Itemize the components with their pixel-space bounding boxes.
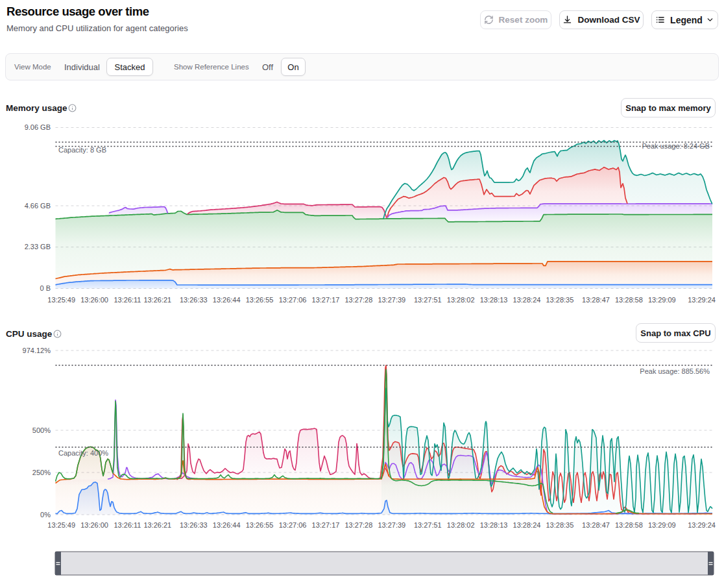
svg-text:Capacity: 8 GB: Capacity: 8 GB — [58, 146, 106, 154]
svg-text:13:26:11: 13:26:11 — [114, 296, 141, 304]
svg-text:13:27:51: 13:27:51 — [414, 296, 442, 304]
svg-text:13:26:00: 13:26:00 — [80, 296, 108, 304]
svg-text:13:29:24: 13:29:24 — [688, 296, 716, 304]
svg-text:13:28:47: 13:28:47 — [582, 296, 610, 304]
svg-text:500%: 500% — [32, 426, 51, 434]
svg-text:13:26:44: 13:26:44 — [213, 296, 241, 304]
svg-text:13:27:17: 13:27:17 — [312, 296, 340, 304]
svg-text:13:28:47: 13:28:47 — [582, 521, 610, 529]
svg-text:Peak usage: 885.56%: Peak usage: 885.56% — [640, 367, 710, 375]
svg-text:13:28:35: 13:28:35 — [546, 521, 573, 529]
svg-text:974.12%: 974.12% — [23, 347, 51, 354]
svg-text:4.66 GB: 4.66 GB — [25, 202, 51, 210]
svg-text:13:28:35: 13:28:35 — [546, 296, 573, 304]
svg-text:13:28:24: 13:28:24 — [513, 296, 541, 304]
svg-text:0%: 0% — [40, 511, 51, 519]
svg-text:13:28:24: 13:28:24 — [513, 521, 541, 529]
svg-text:13:29:09: 13:29:09 — [648, 521, 676, 529]
svg-text:13:27:28: 13:27:28 — [344, 296, 372, 304]
svg-text:13:27:39: 13:27:39 — [378, 296, 405, 304]
svg-text:Capacity: 400%: Capacity: 400% — [58, 449, 108, 457]
svg-text:Peak usage: 8.24 GB: Peak usage: 8.24 GB — [642, 142, 710, 150]
svg-text:13:26:21: 13:26:21 — [143, 296, 171, 304]
svg-text:13:27:17: 13:27:17 — [312, 521, 340, 529]
svg-text:13:27:51: 13:27:51 — [414, 521, 442, 529]
svg-text:13:28:58: 13:28:58 — [615, 296, 643, 304]
svg-text:13:26:21: 13:26:21 — [143, 521, 171, 529]
svg-text:9.06 GB: 9.06 GB — [25, 123, 51, 131]
svg-text:13:25:49: 13:25:49 — [47, 296, 75, 304]
svg-text:13:27:06: 13:27:06 — [279, 296, 307, 304]
svg-text:2.33 GB: 2.33 GB — [25, 243, 51, 251]
svg-text:13:29:24: 13:29:24 — [688, 521, 716, 529]
svg-text:13:28:58: 13:28:58 — [615, 521, 643, 529]
svg-text:13:26:55: 13:26:55 — [246, 521, 274, 529]
svg-text:13:27:39: 13:27:39 — [378, 521, 405, 529]
svg-text:13:28:13: 13:28:13 — [480, 521, 508, 529]
svg-text:13:25:49: 13:25:49 — [47, 521, 75, 529]
svg-text:13:28:02: 13:28:02 — [447, 521, 475, 529]
svg-text:13:28:13: 13:28:13 — [480, 296, 508, 304]
svg-text:13:26:33: 13:26:33 — [180, 521, 208, 529]
svg-text:0 B: 0 B — [40, 284, 51, 292]
svg-text:13:28:02: 13:28:02 — [447, 296, 475, 304]
svg-text:13:26:33: 13:26:33 — [180, 296, 208, 304]
svg-text:13:29:09: 13:29:09 — [648, 296, 676, 304]
svg-text:13:26:00: 13:26:00 — [80, 521, 108, 529]
svg-text:13:26:11: 13:26:11 — [114, 521, 141, 529]
svg-text:13:26:44: 13:26:44 — [213, 521, 241, 529]
svg-text:250%: 250% — [32, 469, 51, 476]
svg-text:13:27:06: 13:27:06 — [279, 521, 307, 529]
svg-text:13:27:28: 13:27:28 — [344, 521, 372, 529]
svg-text:13:26:55: 13:26:55 — [246, 296, 274, 304]
